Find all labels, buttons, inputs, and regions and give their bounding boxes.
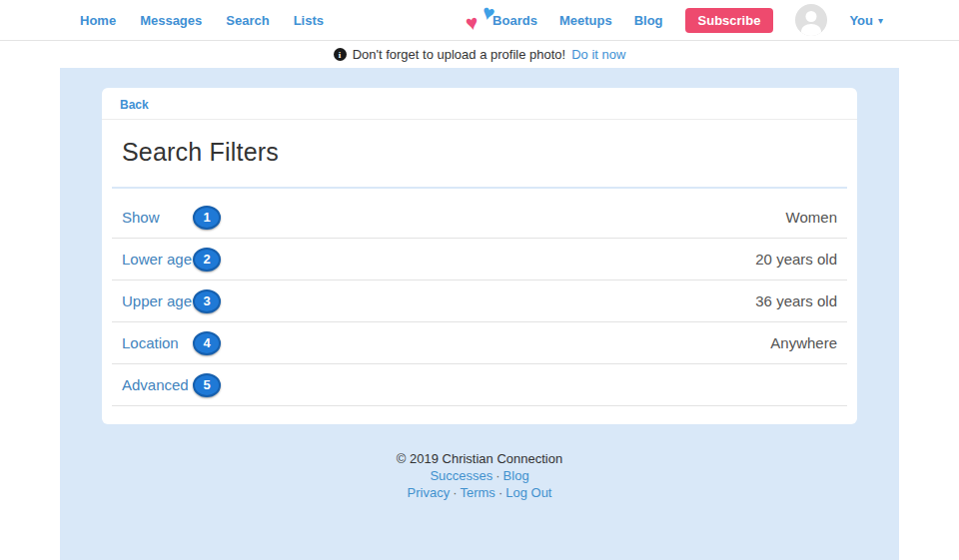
back-bar: Back (102, 88, 857, 120)
nav-item-home[interactable]: Home (80, 13, 116, 28)
back-button[interactable]: Back (120, 98, 149, 112)
footer-links-row-2: Privacy·Terms·Log Out (0, 484, 959, 501)
page-footer: © 2019 Christian Connection Successes·Bl… (0, 450, 959, 501)
separator-dot: · (495, 468, 499, 483)
nav-item-lists[interactable]: Lists (294, 13, 324, 28)
nav-item-search[interactable]: Search (226, 13, 269, 28)
filter-rows: Show 1 Women Lower age 2 20 years old Up… (112, 187, 847, 424)
avatar-head-icon (806, 11, 817, 22)
filter-row-upper-age[interactable]: Upper age 3 36 years old (112, 280, 847, 322)
nav-item-blog[interactable]: Blog (634, 13, 663, 28)
filter-row-advanced[interactable]: Advanced 5 (112, 364, 847, 406)
separator-dot: · (498, 485, 502, 500)
footer-link-blog[interactable]: Blog (503, 468, 529, 483)
nav-item-boards[interactable]: Boards (492, 13, 537, 28)
info-icon: i (334, 48, 347, 61)
search-filters-card: Back Search Filters Show 1 Women Lower a… (102, 88, 857, 424)
user-menu-label: You (849, 13, 873, 28)
footer-link-privacy[interactable]: Privacy (408, 485, 451, 500)
marker-badge-2: 2 (193, 248, 221, 272)
footer-link-successes[interactable]: Successes (430, 468, 492, 483)
user-menu[interactable]: You ▾ (849, 13, 883, 28)
footer-link-log-out[interactable]: Log Out (505, 485, 551, 500)
footer-link-terms[interactable]: Terms (460, 485, 494, 500)
notification-bar: i Don't forget to upload a profile photo… (0, 41, 959, 68)
filter-row-show[interactable]: Show 1 Women (112, 197, 847, 239)
do-it-now-link[interactable]: Do it now (571, 47, 625, 62)
main-nav: Home Messages Search Lists (80, 0, 324, 40)
filter-value: Anywhere (770, 334, 837, 351)
filter-label: Location (122, 334, 193, 351)
filter-label: Show (122, 209, 193, 226)
avatar-body-icon (801, 24, 821, 36)
filter-value: 36 years old (755, 292, 837, 309)
filter-label: Advanced (122, 376, 193, 393)
title-section: Search Filters (102, 120, 857, 187)
filter-label: Lower age (122, 251, 193, 268)
filter-value: Women (786, 209, 837, 226)
filter-label: Upper age (122, 292, 193, 309)
secondary-nav: Boards Meetups Blog Subscribe You ▾ (492, 0, 883, 40)
page-title: Search Filters (122, 138, 837, 167)
filter-value: 20 years old (755, 251, 837, 268)
marker-badge-3: 3 (193, 289, 221, 313)
avatar[interactable] (795, 4, 827, 36)
marker-badge-5: 5 (193, 373, 221, 397)
notification-text: Don't forget to upload a profile photo! (353, 47, 566, 62)
marker-badge-1: 1 (193, 206, 221, 230)
separator-dot: · (453, 485, 457, 500)
filter-row-lower-age[interactable]: Lower age 2 20 years old (112, 239, 847, 280)
copyright-text: © 2019 Christian Connection (0, 450, 959, 467)
logo-heart-pink-icon: ♥ (464, 11, 480, 34)
footer-links-row-1: Successes·Blog (0, 467, 959, 484)
filter-row-location[interactable]: Location 4 Anywhere (112, 322, 847, 364)
nav-item-meetups[interactable]: Meetups (559, 13, 612, 28)
top-navigation: Home Messages Search Lists ♥ ♥ Boards Me… (0, 0, 959, 41)
subscribe-button[interactable]: Subscribe (685, 8, 774, 33)
nav-item-messages[interactable]: Messages (140, 13, 202, 28)
chevron-down-icon: ▾ (878, 15, 883, 26)
marker-badge-4: 4 (193, 331, 221, 355)
